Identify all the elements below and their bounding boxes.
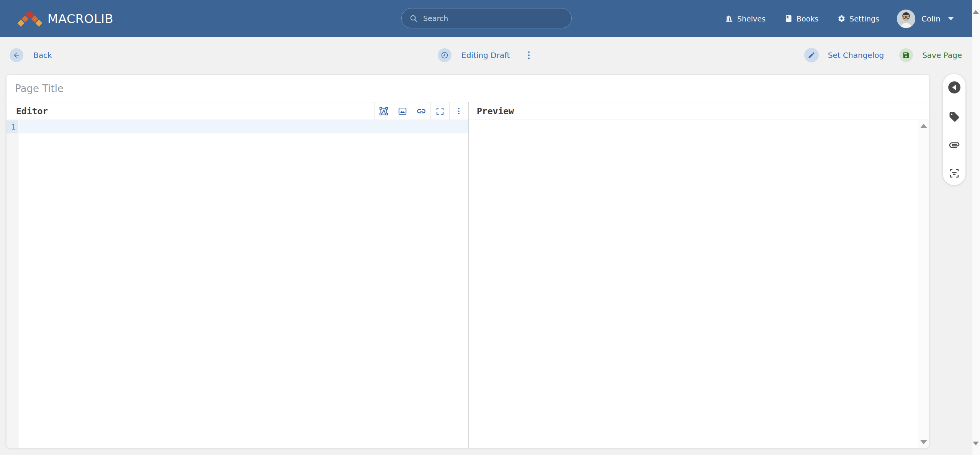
draft-options-kebab-icon[interactable] xyxy=(526,49,532,61)
user-menu[interactable]: Colin xyxy=(897,10,954,28)
save-page-label: Save Page xyxy=(922,51,962,60)
brand-name: MACROLIB xyxy=(47,11,113,26)
svg-text:A: A xyxy=(382,109,386,114)
set-changelog-label: Set Changelog xyxy=(828,51,884,60)
scroll-up-icon[interactable] xyxy=(920,124,927,128)
nav-item-books[interactable]: Books xyxy=(785,15,818,23)
editor-toolbar: A xyxy=(374,102,468,120)
scrollbar-down-icon[interactable] xyxy=(973,445,979,453)
chevron-down-icon xyxy=(948,17,954,20)
line-number-gutter: 1 xyxy=(7,120,18,448)
back-button[interactable]: Back xyxy=(10,37,52,73)
search-icon xyxy=(409,14,418,23)
navbar-links: Shelves Books Settings xyxy=(725,0,954,37)
page-side-toolbar xyxy=(943,74,965,185)
link-icon[interactable] xyxy=(412,102,430,120)
fullscreen-icon[interactable] xyxy=(430,102,449,120)
more-options-icon[interactable] xyxy=(449,102,468,120)
gear-icon xyxy=(838,15,846,23)
pencil-icon xyxy=(804,48,819,62)
book-icon xyxy=(785,15,793,23)
editor-pane-label: Editor xyxy=(16,102,48,120)
back-label: Back xyxy=(33,51,52,60)
markdown-editor-input[interactable] xyxy=(19,120,468,448)
action-bar-right: Set Changelog Save Page xyxy=(804,37,962,73)
page-title-input[interactable] xyxy=(7,83,929,94)
nav-item-label: Settings xyxy=(849,15,879,23)
tags-icon[interactable] xyxy=(949,111,960,123)
shelves-icon xyxy=(725,15,733,23)
drawing-icon[interactable]: A xyxy=(374,102,393,120)
top-navbar: MACROLIB Shelves Books xyxy=(0,0,972,37)
toggle-panel-icon[interactable] xyxy=(947,80,962,95)
app-logo[interactable]: MACROLIB xyxy=(18,10,113,28)
avatar xyxy=(897,10,915,28)
user-name: Colin xyxy=(921,14,941,23)
editor-header: Editor A xyxy=(7,102,929,120)
page-editor-card: Editor A xyxy=(7,75,929,448)
preview-pane xyxy=(469,120,929,448)
nav-item-label: Shelves xyxy=(737,15,766,23)
nav-item-shelves[interactable]: Shelves xyxy=(725,15,766,23)
pane-divider[interactable] xyxy=(468,102,469,448)
editor-content-area: 1 xyxy=(7,120,929,448)
scroll-down-icon[interactable] xyxy=(920,440,927,444)
page-title-row xyxy=(7,75,929,102)
clock-icon xyxy=(438,48,452,62)
back-arrow-icon xyxy=(10,48,23,62)
line-number: 1 xyxy=(7,120,18,133)
set-changelog-button[interactable]: Set Changelog xyxy=(804,48,884,62)
search-bar[interactable] xyxy=(401,8,572,28)
attachments-icon[interactable] xyxy=(948,139,960,151)
nav-item-settings[interactable]: Settings xyxy=(838,15,879,23)
save-icon xyxy=(899,48,913,62)
search-input[interactable] xyxy=(423,14,564,23)
save-page-button[interactable]: Save Page xyxy=(899,48,962,62)
preview-scrollbar[interactable] xyxy=(918,120,929,448)
nav-item-label: Books xyxy=(797,15,818,23)
browser-scrollbar[interactable] xyxy=(972,0,980,455)
draft-status[interactable]: Editing Draft xyxy=(438,37,532,73)
scrollbar-up-icon[interactable] xyxy=(973,3,979,10)
page-action-bar: Back Editing Draft Set Changelog xyxy=(0,37,972,73)
logo-diamonds-icon xyxy=(18,10,42,28)
templates-icon[interactable] xyxy=(949,168,960,179)
draft-status-label: Editing Draft xyxy=(461,51,510,60)
image-icon[interactable] xyxy=(393,102,412,120)
preview-pane-label: Preview xyxy=(477,102,514,120)
